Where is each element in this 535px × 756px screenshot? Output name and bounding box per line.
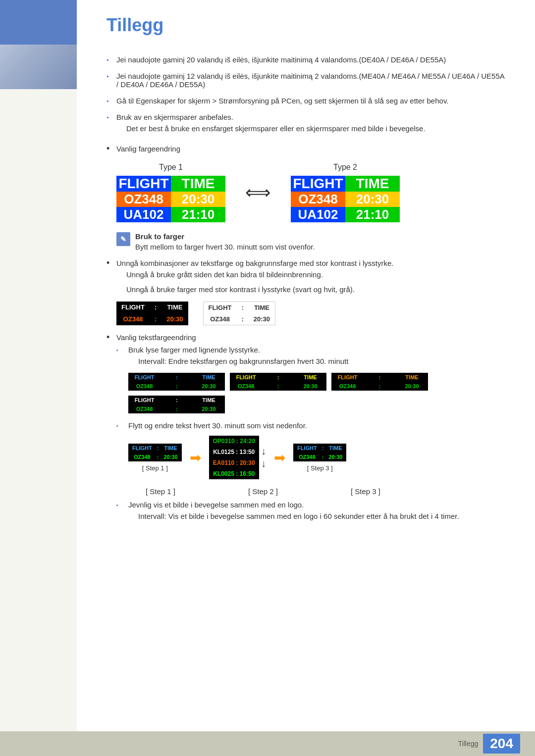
cv4-header: FLIGHT : TIME	[128, 396, 225, 404]
cv4-sep: :	[160, 396, 193, 404]
unnga1-text: Unngå å bruke grått siden det kan bidra …	[116, 269, 505, 281]
type1-header-row: FLIGHT TIME	[116, 176, 225, 192]
cv3-header: FLIGHT : TIME	[331, 373, 428, 382]
ct-light-oz: OZ348	[203, 313, 236, 325]
step2-row1: OP0310 : 24:20	[209, 436, 259, 447]
cv-table-2: FLIGHT : TIME OZ348 : 20:30	[230, 373, 326, 391]
cv2-sep2: :	[262, 382, 294, 391]
list-item-1: Jei naudojote gaminį 20 valandų iš eilės…	[107, 55, 505, 64]
type1-label: Type 1	[159, 163, 183, 172]
step2-row4: KL0025 : 16:50	[209, 468, 259, 479]
main-content: Tillegg Jei naudojote gaminį 20 valandų …	[77, 0, 535, 756]
step2-outer: OP0310 : 24:20 KL0125 : 13:50 EA0110 : 2…	[209, 436, 266, 479]
step2-r1-text: OP0310 : 24:20	[209, 436, 259, 447]
ct-dark-data: OZ348 : 20:30	[116, 313, 188, 325]
contrast-tables-row: FLIGHT : TIME OZ348 : 20:30 FLIGHT :	[116, 302, 505, 325]
cv1-oz: OZ348	[128, 382, 160, 391]
step2-r2-text: KL0125 : 13:50	[209, 447, 259, 457]
ct-light-header: FLIGHT : TIME	[203, 302, 275, 313]
note-label: Bruk to farger	[135, 232, 315, 241]
tekst-item: Vanlig tekstfargeendring Bruk lyse farge…	[107, 333, 505, 522]
step3-sep2: :	[321, 453, 325, 461]
cv3-sep: :	[364, 373, 396, 382]
type2-ua: UA102	[291, 207, 345, 222]
type2-table: FLIGHT TIME OZ348 20:30 UA102 21:10	[291, 176, 400, 222]
cv4-flight: FLIGHT	[128, 396, 160, 404]
note-row: ✎ Bruk to farger Bytt mellom to farger h…	[116, 232, 505, 251]
cv4-data: OZ348 : 20:30	[128, 404, 225, 413]
step3-flight: FLIGHT	[293, 444, 321, 453]
tekst-sub-1: Bruk lyse farger med lignende lysstyrke.…	[116, 346, 505, 414]
ct-dark-oz: OZ348	[116, 313, 150, 325]
step1-flight: FLIGHT	[128, 444, 156, 453]
type1-ua: UA102	[116, 207, 171, 222]
type1-table: FLIGHT TIME OZ348 20:30 UA102 21:10	[116, 176, 225, 222]
list-item-1-text: Jei naudojote gaminį 20 valandų iš eilės…	[116, 55, 446, 64]
unnga-item: Unngå kombinasjoner av tekstfarge og bak…	[107, 259, 505, 325]
footer-page-number: 204	[483, 734, 520, 754]
type1-2110: 21:10	[171, 207, 225, 222]
cv1-time: TIME	[193, 373, 225, 382]
ct-dark-sep1: :	[150, 302, 161, 313]
jevnlig-item: Jevnlig vis et bilde i bevegelse sammen …	[116, 501, 505, 522]
flytt-tekst: Flytt og endre tekst hvert 30. minutt so…	[128, 421, 307, 430]
vanlig-fargeendring-label: Vanlig fargeendring	[116, 145, 180, 153]
type2-block: Type 2 FLIGHT TIME OZ348 20:30 UA102 21:	[291, 163, 400, 222]
type2-ua-row: UA102 21:10	[291, 207, 400, 222]
step2-down-arrows: ↓ ↓	[261, 446, 266, 469]
step2-r3-text: EA0110 : 20:30	[209, 457, 259, 468]
step1-oz: OZ348	[128, 453, 156, 461]
step3-header: FLIGHT : TIME	[293, 444, 347, 453]
step1-sep2: :	[156, 453, 160, 461]
step-arrow-right-icon: ➡	[190, 450, 201, 466]
cv1-sep2: :	[160, 382, 193, 391]
type1-ua-row: UA102 21:10	[116, 207, 225, 222]
ct-light-sep1: :	[236, 302, 248, 313]
type2-oz: OZ348	[291, 192, 345, 207]
jevnlig-text: Jevnlig vis et bilde i bevegelse sammen …	[128, 501, 304, 509]
step1-table: FLIGHT : TIME OZ348 : 20:30	[128, 444, 182, 461]
list-item-3: Gå til Egenskaper for skjerm > Strømfors…	[107, 97, 505, 105]
color-var-row: FLIGHT : TIME OZ348 : 20:30	[128, 373, 505, 413]
cv3-oz: OZ348	[331, 382, 364, 391]
step2-table: OP0310 : 24:20 KL0125 : 13:50 EA0110 : 2…	[209, 436, 259, 479]
type1-oz: OZ348	[116, 192, 171, 207]
sidebar-accent	[0, 0, 77, 89]
down-arrow-2-icon: ↓	[261, 458, 266, 469]
tekst-sub-2: Flytt og endre tekst hvert 30. minutt so…	[116, 421, 505, 496]
cv2-header: FLIGHT : TIME	[230, 373, 326, 382]
footer-label: Tillegg	[458, 740, 479, 748]
cv2-time: TIME	[294, 373, 326, 382]
ct-dark-2030: 20:30	[161, 313, 188, 325]
step2-row3: EA0110 : 20:30	[209, 457, 259, 468]
intervall1-text: Intervall: Endre tekstfargen og bakgrunn…	[128, 356, 505, 367]
type1-2030: 20:30	[171, 192, 225, 207]
tekst-label: Vanlig tekstfargeendring	[116, 333, 196, 342]
step1-data: OZ348 : 20:30	[128, 453, 182, 461]
cv1-header: FLIGHT : TIME	[128, 373, 225, 382]
unnga-text: Unngå kombinasjoner av tekstfarge og bak…	[116, 259, 393, 267]
page-title: Tillegg	[107, 15, 505, 36]
step1-label: [ Step 1 ]	[142, 464, 168, 472]
contrast-table-light: FLIGHT : TIME OZ348 : 20:30	[203, 302, 276, 325]
step-row: FLIGHT : TIME OZ348 : 20:30 [	[128, 436, 505, 479]
type2-oz-row: OZ348 20:30	[291, 192, 400, 207]
double-arrow-icon: ⟺	[245, 182, 271, 203]
cv1-data: OZ348 : 20:30	[128, 382, 225, 391]
ct-dark-header: FLIGHT : TIME	[116, 302, 188, 313]
list-item-2-text: Jei naudojote gaminį 12 valandų iš eilės…	[116, 72, 504, 89]
page-footer: Tillegg 204	[0, 731, 535, 756]
ct-dark-flight: FLIGHT	[116, 302, 150, 313]
step1-2030: 20:30	[160, 453, 181, 461]
type2-label: Type 2	[333, 163, 357, 172]
ct-light-data: OZ348 : 20:30	[203, 313, 275, 325]
contrast-table-dark: FLIGHT : TIME OZ348 : 20:30	[116, 302, 188, 325]
ct-light-time: TIME	[249, 302, 275, 313]
type1-block: Type 1 FLIGHT TIME OZ348 20:30 UA102 21:	[116, 163, 225, 222]
type2-time-header: TIME	[345, 176, 400, 192]
cv1-2030: 20:30	[193, 382, 225, 391]
type1-time-header: TIME	[171, 176, 225, 192]
step1-time: TIME	[160, 444, 181, 453]
step3-time: TIME	[324, 444, 346, 453]
cv-table-3: FLIGHT : TIME OZ348 : 20:30	[331, 373, 428, 391]
